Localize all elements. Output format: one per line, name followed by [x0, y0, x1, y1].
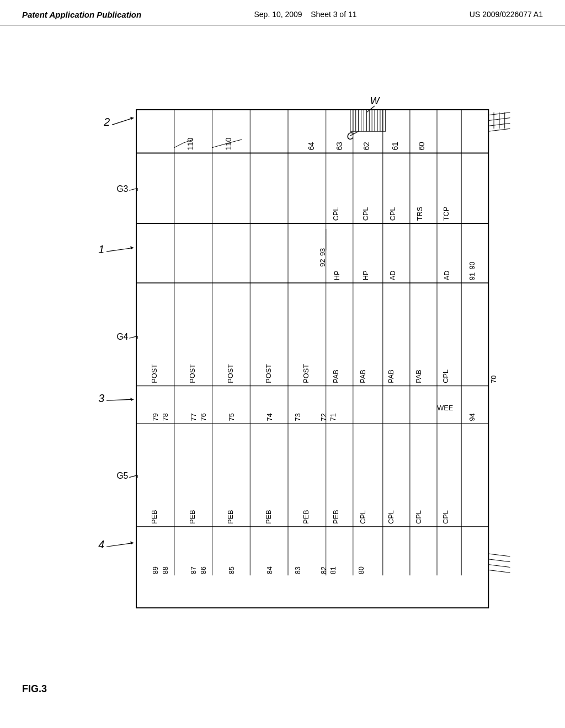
num-70: 70 [489, 376, 498, 383]
svg-marker-43 [130, 246, 134, 249]
g4-post1: POST [150, 364, 158, 383]
g5-peb1: PEB [150, 510, 158, 524]
g3-trs: TRS [415, 207, 424, 221]
g5-label: G5 [116, 472, 128, 481]
num-89: 89 [151, 566, 159, 574]
g3-cpl3: CPL [388, 207, 397, 221]
num-75: 75 [227, 413, 236, 421]
g4-post2: POST [188, 364, 196, 383]
num-60: 60 [418, 142, 426, 151]
svg-line-53 [488, 559, 510, 562]
svg-rect-0 [136, 110, 488, 608]
svg-marker-47 [130, 541, 134, 544]
wee-label: WEE [437, 404, 453, 412]
num-2: 2 [103, 116, 110, 128]
g4-label: G4 [116, 332, 128, 341]
diagram-area: W C 110 110 64 [33, 77, 543, 673]
num-94: 94 [468, 413, 476, 421]
num-79: 79 [151, 413, 159, 421]
svg-line-52 [488, 554, 510, 556]
num-77: 77 [189, 413, 198, 421]
date: Sep. 10, 2009 [254, 10, 302, 19]
g4-pab4: PAB [414, 370, 423, 383]
ad2: AD [443, 270, 451, 280]
hp2: HP [361, 270, 370, 280]
g3-tcp: TCP [442, 207, 450, 221]
num-83: 83 [294, 566, 302, 574]
figure-label: FIG.3 [22, 683, 47, 695]
sheet: Sheet 3 of 11 [311, 10, 356, 19]
num-4: 4 [98, 538, 104, 550]
g4-post4: POST [264, 364, 273, 383]
svg-line-46 [106, 543, 134, 547]
num-91: 91 [468, 272, 476, 280]
publication-title: Patent Application Publication [22, 10, 141, 19]
num-63: 63 [335, 142, 344, 151]
num-93: 93 [318, 248, 327, 256]
num-92: 92 [318, 259, 327, 266]
svg-line-55 [488, 570, 510, 572]
num-76: 76 [199, 413, 207, 421]
svg-line-51 [488, 129, 510, 131]
num-62: 62 [363, 142, 371, 150]
g5-cpl2: CPL [387, 510, 395, 524]
num-1: 1 [98, 243, 104, 255]
num-74: 74 [265, 413, 274, 421]
g4-cpl: CPL [441, 370, 450, 383]
svg-line-42 [106, 248, 134, 251]
g4-post5: POST [302, 364, 310, 383]
num-81: 81 [329, 566, 337, 574]
header-date-sheet: Sep. 10, 2009 Sheet 3 of 11 [254, 10, 356, 19]
num-71: 71 [329, 413, 337, 421]
g5-peb5: PEB [302, 510, 310, 524]
ad1: AD [388, 270, 397, 280]
num-78: 78 [161, 413, 169, 421]
num-3: 3 [98, 392, 104, 404]
num-85: 85 [227, 566, 236, 574]
num-88: 88 [161, 566, 169, 574]
g5-peb2: PEB [188, 510, 196, 524]
g5-cpl4: CPL [441, 510, 450, 524]
figure-3-svg: W C 110 110 64 [33, 77, 543, 673]
g5-peb6: PEB [332, 510, 340, 524]
svg-line-44 [106, 399, 134, 400]
g4-pab1: PAB [332, 370, 340, 383]
g5-peb4: PEB [264, 510, 273, 524]
num-82: 82 [319, 566, 328, 574]
svg-line-54 [488, 565, 510, 568]
num-84: 84 [265, 566, 274, 574]
num-61: 61 [391, 142, 399, 150]
g3-label: G3 [116, 184, 128, 194]
svg-marker-45 [130, 398, 134, 401]
w-label: W [370, 95, 381, 106]
hp1: HP [333, 270, 341, 280]
num-72: 72 [319, 413, 328, 421]
num-110a: 110 [186, 137, 195, 150]
page-header: Patent Application Publication Sep. 10, … [0, 0, 565, 25]
num-87: 87 [189, 566, 198, 574]
g5-peb3: PEB [226, 510, 234, 524]
num-80: 80 [357, 566, 365, 574]
c-label: C [347, 131, 354, 142]
num-64: 64 [307, 142, 316, 151]
g3-cpl1: CPL [332, 207, 340, 221]
g4-pab3: PAB [387, 370, 395, 383]
g4-pab2: PAB [359, 370, 367, 383]
num-86: 86 [199, 566, 207, 574]
g5-cpl1: CPL [359, 510, 367, 524]
svg-marker-41 [130, 117, 134, 120]
num-90: 90 [468, 261, 476, 269]
g5-cpl3: CPL [414, 510, 423, 524]
svg-line-40 [112, 118, 134, 125]
g3-cpl2: CPL [361, 207, 370, 221]
num-73: 73 [294, 413, 302, 421]
patent-number: US 2009/0226077 A1 [470, 10, 543, 19]
g4-post3: POST [226, 364, 234, 383]
figure-label-text: FIG.3 [22, 683, 47, 694]
